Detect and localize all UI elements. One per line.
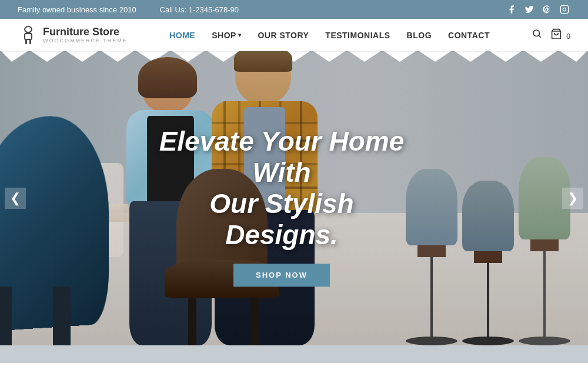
nav-our-story[interactable]: OUR STORY: [258, 31, 309, 40]
hero-section: Elevate Your Home With Our Stylish Desig…: [0, 51, 588, 345]
twitter-icon[interactable]: [523, 4, 535, 15]
prev-slide-button[interactable]: ❮: [5, 188, 26, 209]
top-bar: Family owned business since 2010 Call Us…: [0, 0, 588, 19]
nav-testimonials[interactable]: TESTIMONIALS: [325, 31, 390, 40]
top-bar-left: Family owned business since 2010 Call Us…: [18, 5, 239, 14]
nav-shop[interactable]: SHOP ▾: [212, 31, 241, 40]
svg-point-2: [25, 26, 32, 32]
hero-content: Elevate Your Home With Our Stylish Desig…: [158, 126, 405, 287]
cart-count: 0: [566, 32, 570, 41]
hero-title: Elevate Your Home With Our Stylish Desig…: [158, 126, 405, 251]
logo-title: Furniture Store: [43, 26, 128, 38]
instagram-icon[interactable]: [559, 4, 570, 15]
header-actions: 0: [532, 28, 570, 42]
main-nav: HOME SHOP ▾ OUR STORY TESTIMONIALS BLOG …: [169, 31, 490, 40]
nav-contact[interactable]: CONTACT: [448, 31, 490, 40]
social-icons: [506, 4, 570, 15]
logo-icon: [18, 25, 38, 45]
facebook-icon[interactable]: [506, 4, 517, 15]
nav-blog[interactable]: BLOG: [407, 31, 432, 40]
next-slide-button[interactable]: ❯: [562, 188, 583, 209]
tagline: Family owned business since 2010: [18, 5, 136, 14]
svg-rect-6: [29, 39, 31, 44]
svg-line-8: [539, 35, 541, 37]
bottom-strip: [0, 345, 588, 363]
svg-rect-5: [25, 39, 27, 44]
logo-subtitle: WOOCOMMERCE THEME: [43, 38, 128, 44]
search-icon[interactable]: [532, 28, 542, 42]
pinterest-icon[interactable]: [541, 4, 553, 15]
svg-rect-4: [25, 34, 32, 39]
logo-text: Furniture Store WOOCOMMERCE THEME: [43, 26, 128, 44]
shop-dropdown-arrow: ▾: [238, 32, 242, 38]
cart-icon[interactable]: 0: [550, 28, 570, 42]
phone-number: Call Us: 1-2345-678-90: [160, 5, 239, 14]
header: Furniture Store WOOCOMMERCE THEME HOME S…: [0, 19, 588, 51]
shop-now-button[interactable]: SHOP NOW: [233, 264, 330, 287]
nav-home[interactable]: HOME: [169, 31, 195, 40]
svg-point-7: [533, 30, 540, 36]
logo[interactable]: Furniture Store WOOCOMMERCE THEME: [18, 25, 128, 45]
svg-rect-0: [560, 5, 568, 13]
